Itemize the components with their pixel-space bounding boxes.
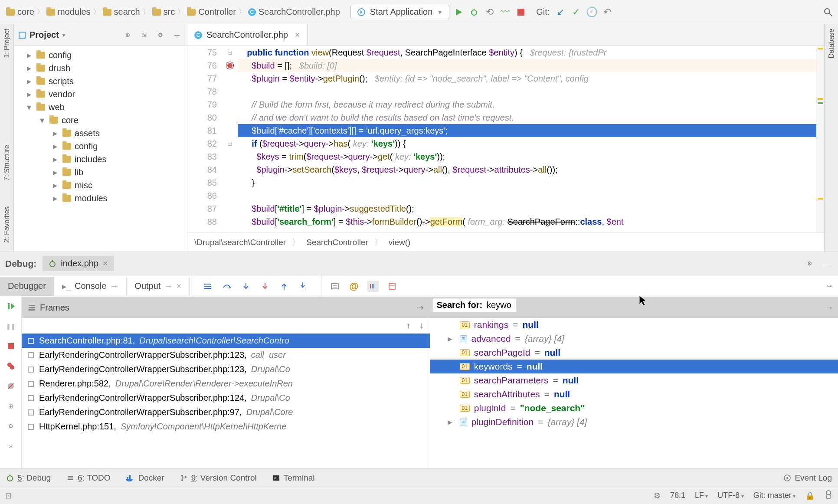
code-line[interactable]: $build = []; $build: [0] xyxy=(238,59,816,72)
caret-position[interactable]: 76:1 xyxy=(670,491,685,500)
breadcrumb-item[interactable]: search xyxy=(100,6,143,18)
tree-item[interactable]: ▸modules xyxy=(14,192,187,205)
code-line[interactable]: $build['#cache']['contexts'][] = 'url.qu… xyxy=(238,124,816,137)
variable-row[interactable]: 01 searchAttributes = null xyxy=(430,387,838,401)
evaluate-expression-icon[interactable] xyxy=(329,281,340,292)
project-view-selector[interactable]: Project▾ xyxy=(18,30,65,40)
settings-icon[interactable]: ⚙ xyxy=(155,29,166,41)
expand-all-icon[interactable]: ⇲ xyxy=(138,29,150,41)
lock-icon[interactable]: 🔒 xyxy=(805,491,815,501)
hide-debug-icon[interactable]: — xyxy=(822,258,833,269)
profile-icon[interactable]: 〰 xyxy=(499,6,512,19)
layout-icon[interactable]: ⊞ xyxy=(5,400,16,412)
code-line[interactable]: $plugin = $entity->getPlugin(); $entity:… xyxy=(238,72,816,85)
tool-window-button[interactable]: 6: TODO xyxy=(66,473,110,483)
stack-frame[interactable]: EarlyRenderingControllerWrapperSubscribe… xyxy=(22,405,430,419)
code-line[interactable]: $build['#title'] = $plugin->suggestedTit… xyxy=(238,202,816,215)
step-over-icon[interactable] xyxy=(221,281,232,292)
code-line[interactable]: public function view(Request $request, S… xyxy=(238,46,816,59)
tool-window-button[interactable]: Docker xyxy=(126,473,164,483)
tree-item[interactable]: ▾core xyxy=(14,114,187,127)
locate-icon[interactable]: ⊕ xyxy=(122,29,133,41)
stack-frame[interactable]: EarlyRenderingControllerWrapperSubscribe… xyxy=(22,348,430,362)
stack-frame[interactable]: HttpKernel.php:151, Symfony\Component\Ht… xyxy=(22,419,430,434)
tree-item[interactable]: ▸includes xyxy=(14,153,187,166)
close-session-icon[interactable]: × xyxy=(103,259,108,268)
show-execution-point-icon[interactable] xyxy=(202,281,213,292)
variables-search-input[interactable]: keywo xyxy=(487,300,511,310)
git-update-icon[interactable]: ↙ xyxy=(554,6,567,19)
code-line[interactable]: $build['search_form'] = $this->formBuild… xyxy=(238,215,816,228)
stop-debug-icon[interactable] xyxy=(5,340,16,352)
watch-icon[interactable]: @ xyxy=(348,281,360,292)
variable-row[interactable]: ▸≡ advanced = {array} [4] xyxy=(430,332,838,346)
breadcrumb-item[interactable]: CSearchController.php xyxy=(246,6,343,18)
breadcrumb-item[interactable]: core xyxy=(3,6,37,18)
variable-row[interactable]: 01 rankings = null xyxy=(430,318,838,332)
editor-crumb[interactable]: \Drupal\search\Controller xyxy=(194,238,286,247)
file-encoding[interactable]: UTF-8 xyxy=(717,491,743,500)
close-tab-icon[interactable]: × xyxy=(295,30,300,40)
run-icon[interactable] xyxy=(452,6,465,19)
editor-crumb[interactable]: view() xyxy=(389,238,411,247)
debug-session-tab[interactable]: index.php × xyxy=(43,256,114,271)
variables-search-box[interactable]: Search for: keywo xyxy=(432,298,516,312)
git-revert-icon[interactable]: ↶ xyxy=(601,6,614,19)
code-line[interactable] xyxy=(238,189,816,202)
stack-frame[interactable]: EarlyRenderingControllerWrapperSubscribe… xyxy=(22,391,430,405)
event-log-button[interactable]: Event Log xyxy=(783,473,832,483)
git-branch[interactable]: Git: master xyxy=(753,491,795,500)
variable-row[interactable]: 01 searchPageId = null xyxy=(430,346,838,360)
tool-window-button[interactable]: 9: Version Control xyxy=(180,473,257,483)
variable-row[interactable]: 01 searchParameters = null xyxy=(430,373,838,387)
breadcrumb-item[interactable]: Controller xyxy=(184,6,239,18)
next-frame-icon[interactable]: ↓ xyxy=(419,321,424,331)
editor-tab[interactable]: C SearchController.php × xyxy=(187,24,308,46)
tree-item[interactable]: ▸misc xyxy=(14,179,187,192)
code-editor[interactable]: 7576777879808182838485868788 ⊟⊟ public f… xyxy=(187,46,824,232)
force-step-into-icon[interactable] xyxy=(259,281,271,292)
debug-icon[interactable] xyxy=(468,6,481,19)
code-line[interactable]: // Build the form first, because it may … xyxy=(238,98,816,111)
pause-icon[interactable]: ❚❚ xyxy=(5,321,16,332)
code-line[interactable]: $plugin->setSearch($keys, $request->quer… xyxy=(238,163,816,176)
mute-breakpoints-icon[interactable] xyxy=(367,281,379,292)
tree-item[interactable]: ▾web xyxy=(14,101,187,114)
pin-icon[interactable]: ⊶ xyxy=(826,283,832,289)
debug-settings-icon[interactable]: ⚙ xyxy=(804,258,815,269)
database-stripe-button[interactable]: Database xyxy=(828,29,835,59)
favorites-stripe-button[interactable]: 2: Favorites xyxy=(3,206,11,243)
code-line[interactable] xyxy=(238,85,816,98)
more-icon[interactable]: » xyxy=(5,440,16,452)
view-breakpoints-icon[interactable] xyxy=(5,360,16,372)
tree-item[interactable]: ▸assets xyxy=(14,127,187,140)
debug-more-settings-icon[interactable]: ⚙ xyxy=(5,420,16,432)
hide-icon[interactable]: — xyxy=(171,29,183,41)
stack-frame[interactable]: EarlyRenderingControllerWrapperSubscribe… xyxy=(22,362,430,376)
resume-icon[interactable] xyxy=(5,301,16,312)
vars-layout-icon[interactable]: ⇢ xyxy=(827,304,832,311)
mute-bp-icon[interactable] xyxy=(5,380,16,392)
debugger-tab[interactable]: Debugger xyxy=(0,277,54,296)
run-coverage-icon[interactable]: ⟲ xyxy=(483,6,496,19)
console-tab[interactable]: ▸_Console→ xyxy=(54,277,127,296)
git-commit-icon[interactable]: ✓ xyxy=(570,6,583,19)
run-to-cursor-icon[interactable]: I xyxy=(298,281,309,292)
structure-stripe-button[interactable]: 7: Structure xyxy=(3,145,11,181)
code-line[interactable]: // and we don't want to build the result… xyxy=(238,111,816,124)
settings-bp-icon[interactable] xyxy=(386,281,398,292)
stack-frame[interactable]: Renderer.php:582, Drupal\Core\Render\Ren… xyxy=(22,376,430,391)
status-misc-icon[interactable]: ⊡ xyxy=(5,491,12,501)
frames-dropdown-icon[interactable]: ⇢ xyxy=(416,302,424,313)
tree-item[interactable]: ▸scripts xyxy=(14,75,187,88)
project-stripe-button[interactable]: 1: Project xyxy=(3,29,11,58)
breakpoint-icon[interactable] xyxy=(226,62,233,69)
tree-item[interactable]: ▸lib xyxy=(14,166,187,179)
code-line[interactable]: if ($request->query->has( key: 'keys')) … xyxy=(238,137,816,150)
stop-icon[interactable] xyxy=(514,6,527,19)
memory-indicator-icon[interactable] xyxy=(824,489,833,502)
tree-item[interactable]: ▸config xyxy=(14,49,187,62)
variable-row[interactable]: ▸≡ pluginDefinition = {array} [4] xyxy=(430,415,838,429)
step-out-icon[interactable] xyxy=(278,281,290,292)
tree-item[interactable]: ▸vendor xyxy=(14,88,187,101)
